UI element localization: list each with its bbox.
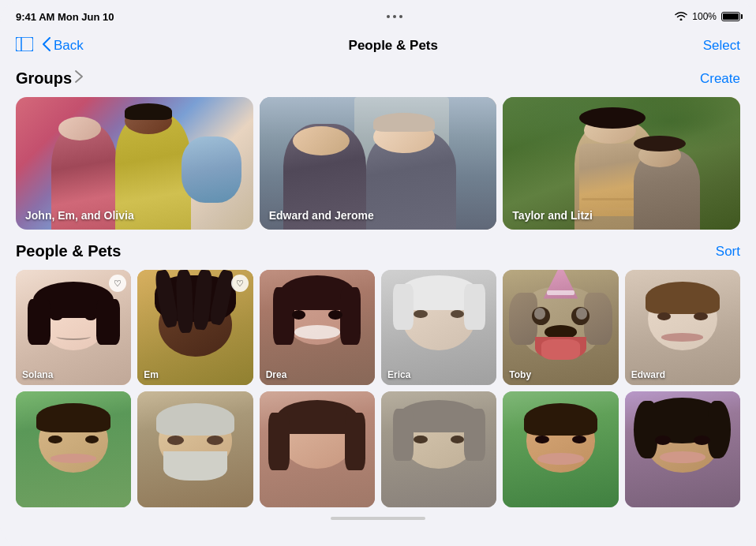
- person-card-toby[interactable]: Toby: [503, 270, 618, 385]
- r2a-photo: [16, 391, 131, 507]
- edward-name: Edward: [631, 369, 665, 380]
- groups-grid: John, Em, and Olivia: [16, 97, 740, 230]
- groups-section-title[interactable]: Groups: [16, 69, 83, 88]
- toby-name: Toby: [509, 369, 531, 380]
- status-dot-2: [393, 15, 396, 18]
- erica-name: Erica: [387, 369, 410, 380]
- status-dot-3: [399, 15, 402, 18]
- groups-title-text: Groups: [16, 69, 72, 88]
- people-grid-row2: [16, 391, 740, 507]
- person-card-r2e[interactable]: [503, 391, 618, 507]
- erica-photo: [381, 270, 496, 385]
- people-grid-row1: ♡ Solana ♡ Em: [16, 270, 740, 385]
- groups-chevron-icon: [75, 70, 83, 87]
- sort-button[interactable]: Sort: [716, 244, 740, 260]
- group-2-label: Edward and Jerome: [269, 209, 374, 222]
- status-right: 100%: [675, 11, 740, 23]
- sidebar-toggle-button[interactable]: [16, 36, 33, 56]
- status-dot-1: [387, 15, 390, 18]
- page-title: People & Pets: [84, 38, 703, 54]
- drea-photo: [260, 270, 375, 385]
- group-card-2[interactable]: Edward and Jerome: [260, 97, 497, 230]
- people-section-header: People & Pets Sort: [16, 242, 740, 260]
- back-button[interactable]: Back: [43, 37, 84, 55]
- r2b-photo: [137, 391, 253, 507]
- person-card-solana[interactable]: ♡ Solana: [16, 270, 131, 385]
- status-center: [387, 15, 402, 18]
- person-card-r2f[interactable]: [625, 391, 740, 507]
- toby-photo: [503, 270, 618, 385]
- person-card-r2a[interactable]: [16, 391, 131, 507]
- person-card-edward[interactable]: Edward: [625, 270, 740, 385]
- groups-section-header: Groups Create: [16, 69, 740, 88]
- select-button[interactable]: Select: [703, 38, 740, 54]
- wifi-icon: [675, 11, 687, 23]
- battery-icon: [721, 12, 740, 21]
- svg-rect-0: [16, 37, 33, 51]
- scroll-pill: [331, 517, 425, 520]
- person-card-em[interactable]: ♡ Em: [137, 270, 253, 385]
- em-name: Em: [144, 369, 159, 380]
- status-bar: 9:41 AM Mon Jun 10 100%: [0, 0, 756, 28]
- person-card-r2b[interactable]: [137, 391, 253, 507]
- back-label: Back: [54, 38, 84, 54]
- nav-left: Back: [16, 36, 84, 56]
- group-card-3[interactable]: Taylor and Litzi: [503, 97, 740, 230]
- solana-name: Solana: [22, 369, 53, 380]
- person-card-erica[interactable]: Erica: [381, 270, 496, 385]
- drea-name: Drea: [266, 369, 287, 380]
- r2d-photo: [381, 391, 496, 507]
- person-card-drea[interactable]: Drea: [260, 270, 375, 385]
- scroll-indicator: [16, 517, 740, 520]
- r2c-photo: [260, 391, 375, 507]
- person-card-r2d[interactable]: [381, 391, 496, 507]
- person-card-r2c[interactable]: [260, 391, 375, 507]
- back-chevron-icon: [43, 37, 51, 55]
- r2f-photo: [625, 391, 740, 507]
- create-button[interactable]: Create: [700, 71, 740, 87]
- edward-photo: [625, 270, 740, 385]
- r2e-photo: [503, 391, 618, 507]
- group-1-label: John, Em, and Olivia: [25, 209, 134, 222]
- em-favorite: ♡: [231, 275, 249, 292]
- people-title: People & Pets: [16, 242, 121, 260]
- nav-bar: Back People & Pets Select: [0, 28, 756, 63]
- battery-label: 100%: [692, 11, 717, 22]
- device-frame: 9:41 AM Mon Jun 10 100%: [0, 0, 756, 546]
- group-3-label: Taylor and Litzi: [512, 209, 593, 222]
- status-time: 9:41 AM Mon Jun 10: [16, 11, 114, 23]
- group-card-1[interactable]: John, Em, and Olivia: [16, 97, 253, 230]
- main-content: Groups Create: [0, 63, 756, 520]
- battery-fill: [723, 13, 739, 20]
